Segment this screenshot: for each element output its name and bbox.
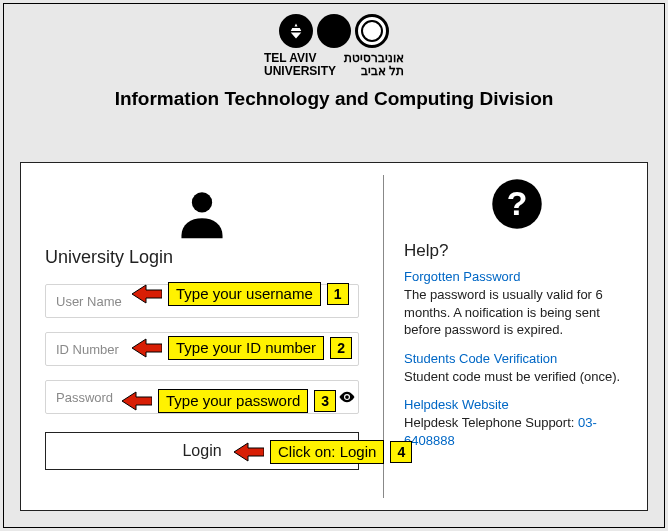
- annotation-1-text: Type your username: [168, 282, 321, 306]
- annotation-1-num: 1: [327, 283, 349, 305]
- students-code-link[interactable]: Students Code Verification: [404, 351, 557, 366]
- helpdesk-phone-line: Helpdesk Telephone Support: 03-6408888: [404, 414, 629, 449]
- forgotten-password-text: The password is usually valid for 6 mont…: [404, 286, 629, 339]
- uni-en-2: UNIVERSITY: [264, 65, 336, 78]
- students-code-text: Student code must be verified (once).: [404, 368, 629, 386]
- svg-marker-3: [132, 285, 162, 303]
- helpdesk-phone-label: Helpdesk Telephone Support:: [404, 415, 578, 430]
- forgotten-password-link[interactable]: Forgotten Password: [404, 269, 520, 284]
- annotation-3-num: 3: [314, 390, 336, 412]
- user-icon: [173, 185, 231, 243]
- show-password-icon[interactable]: [333, 380, 361, 414]
- logo-emblem-icon: [279, 14, 313, 48]
- annotation-4: Click on: Login 4: [234, 440, 412, 464]
- arrow-icon: [234, 441, 264, 463]
- svg-marker-6: [234, 443, 264, 461]
- annotation-4-num: 4: [390, 441, 412, 463]
- login-title: University Login: [45, 247, 359, 268]
- help-pane: ? Help? Forgotten Password The password …: [384, 163, 647, 510]
- svg-text:?: ?: [506, 184, 527, 222]
- svg-point-0: [192, 192, 212, 212]
- arrow-icon: [132, 283, 162, 305]
- annotation-3-text: Type your password: [158, 389, 308, 413]
- annotation-2-text: Type your ID number: [168, 336, 324, 360]
- annotation-1: Type your username 1: [132, 282, 349, 306]
- arrow-icon: [132, 337, 162, 359]
- annotation-3: Type your password 3: [122, 389, 336, 413]
- annotation-4-text: Click on: Login: [270, 440, 384, 464]
- annotation-2: Type your ID number 2: [132, 336, 352, 360]
- help-icon: ?: [490, 177, 544, 231]
- window-frame: TEL AVIV UNIVERSITY אוניברסיטת תל אביב I…: [3, 3, 665, 528]
- arrow-icon: [122, 390, 152, 412]
- logo-ring-icon: [355, 14, 389, 48]
- helpdesk-website-link[interactable]: Helpdesk Website: [404, 397, 509, 412]
- annotation-2-num: 2: [330, 337, 352, 359]
- header: TEL AVIV UNIVERSITY אוניברסיטת תל אביב I…: [4, 4, 664, 118]
- university-logo: [4, 14, 664, 48]
- svg-marker-4: [132, 339, 162, 357]
- division-title: Information Technology and Computing Div…: [4, 88, 664, 110]
- help-title: Help?: [404, 241, 629, 261]
- university-name: TEL AVIV UNIVERSITY אוניברסיטת תל אביב: [4, 52, 664, 78]
- svg-marker-5: [122, 392, 152, 410]
- logo-dot-icon: [317, 14, 351, 48]
- uni-he-2: תל אביב: [361, 65, 404, 78]
